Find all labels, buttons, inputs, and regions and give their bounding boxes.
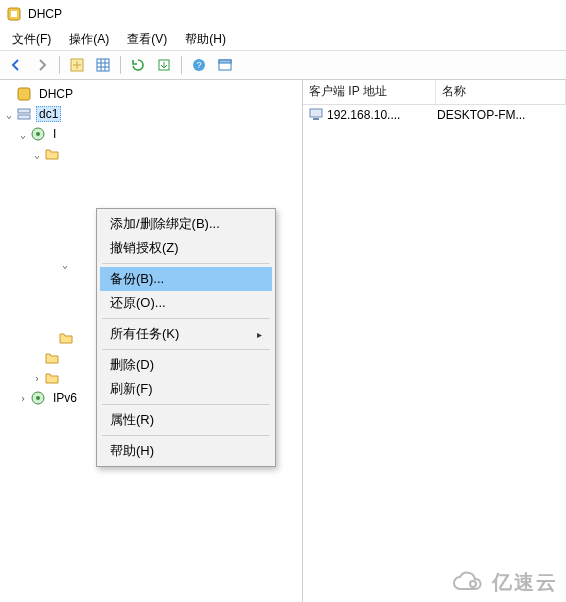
cell-ip-text: 192.168.10....	[327, 108, 400, 122]
expander-icon[interactable]: ›	[30, 373, 44, 384]
folder-icon	[58, 330, 74, 346]
menu-bar: 文件(F) 操作(A) 查看(V) 帮助(H)	[0, 28, 566, 50]
context-menu-separator	[102, 404, 270, 405]
folder-icon	[44, 370, 60, 386]
folder-icon	[44, 350, 60, 366]
menu-file[interactable]: 文件(F)	[4, 29, 59, 50]
context-menu-separator	[102, 263, 270, 264]
menu-view[interactable]: 查看(V)	[119, 29, 175, 50]
window-title: DHCP	[28, 7, 62, 21]
tree-pane: · DHCP ⌄ dc1 ⌄ I ⌄	[0, 80, 303, 602]
svg-rect-1	[11, 11, 17, 17]
tree-label: dc1	[36, 106, 61, 122]
tree-ipv4-node[interactable]: ⌄ I	[2, 124, 300, 144]
svg-rect-17	[313, 118, 319, 120]
watermark-text: 亿速云	[492, 569, 558, 596]
cell-ip: 192.168.10....	[305, 107, 433, 124]
expander-icon[interactable]: ⌄	[58, 259, 72, 270]
dhcp-app-icon	[6, 6, 22, 22]
expander-icon[interactable]: ⌄	[30, 149, 44, 160]
add-button[interactable]	[65, 53, 89, 77]
tree-label: DHCP	[36, 86, 76, 102]
svg-rect-10	[18, 109, 30, 113]
cm-refresh[interactable]: 刷新(F)	[100, 377, 272, 401]
svg-rect-8	[219, 60, 231, 63]
list-pane: 客户端 IP 地址 名称 192.168.10.... DESKTOP-FM..…	[303, 80, 566, 602]
export-button[interactable]	[152, 53, 176, 77]
expander-icon: ·	[44, 333, 58, 344]
cm-add-remove-binding[interactable]: 添加/删除绑定(B)...	[100, 212, 272, 236]
menu-help[interactable]: 帮助(H)	[177, 29, 234, 50]
column-header-ip[interactable]: 客户端 IP 地址	[303, 80, 436, 104]
cm-help[interactable]: 帮助(H)	[100, 439, 272, 463]
cell-name: DESKTOP-FM...	[433, 108, 564, 122]
context-menu-separator	[102, 349, 270, 350]
client-icon	[309, 107, 323, 124]
column-header-name[interactable]: 名称	[436, 80, 566, 104]
ipv6-icon	[30, 390, 46, 406]
tree-root-dhcp[interactable]: · DHCP	[2, 84, 300, 104]
toolbar-separator	[120, 56, 121, 74]
expander-icon[interactable]: ›	[16, 393, 30, 404]
expander-icon: ·	[30, 353, 44, 364]
context-menu: 添加/删除绑定(B)... 撤销授权(Z) 备份(B)... 还原(O)... …	[96, 208, 276, 467]
list-row[interactable]: 192.168.10.... DESKTOP-FM...	[303, 105, 566, 125]
toolbar: ?	[0, 50, 566, 80]
cm-delete[interactable]: 删除(D)	[100, 353, 272, 377]
list-header: 客户端 IP 地址 名称	[303, 80, 566, 105]
cm-all-tasks[interactable]: 所有任务(K)	[100, 322, 272, 346]
cloud-logo-icon	[450, 571, 486, 595]
refresh-button[interactable]	[126, 53, 150, 77]
dhcp-root-icon	[16, 86, 32, 102]
help-button[interactable]: ?	[187, 53, 211, 77]
svg-rect-11	[18, 115, 30, 119]
menu-action[interactable]: 操作(A)	[61, 29, 117, 50]
svg-text:?: ?	[196, 60, 201, 70]
expander-icon[interactable]: ⌄	[2, 109, 16, 120]
svg-point-13	[36, 132, 40, 136]
grid-button[interactable]	[91, 53, 115, 77]
toolbar-separator	[59, 56, 60, 74]
svg-point-15	[36, 396, 40, 400]
client-area: · DHCP ⌄ dc1 ⌄ I ⌄	[0, 80, 566, 602]
tree-label: I	[50, 126, 59, 142]
server-icon	[16, 106, 32, 122]
tree-label: IPv6	[50, 390, 80, 406]
svg-point-18	[470, 581, 476, 587]
title-bar: DHCP	[0, 0, 566, 28]
list-body: 192.168.10.... DESKTOP-FM...	[303, 105, 566, 602]
expander-icon: ·	[2, 89, 16, 100]
svg-rect-9	[18, 88, 30, 100]
context-menu-separator	[102, 435, 270, 436]
expander-icon[interactable]: ⌄	[16, 129, 30, 140]
watermark: 亿速云	[450, 569, 558, 596]
tree-scope-node[interactable]: ⌄	[2, 144, 300, 164]
cm-backup[interactable]: 备份(B)...	[100, 267, 272, 291]
svg-rect-16	[310, 109, 322, 117]
cm-revoke-auth[interactable]: 撤销授权(Z)	[100, 236, 272, 260]
toolbar-separator	[181, 56, 182, 74]
cm-restore[interactable]: 还原(O)...	[100, 291, 272, 315]
context-menu-separator	[102, 318, 270, 319]
folder-icon	[44, 146, 60, 162]
svg-rect-3	[97, 59, 109, 71]
tree-server-node[interactable]: ⌄ dc1	[2, 104, 300, 124]
panel-button[interactable]	[213, 53, 237, 77]
cm-properties[interactable]: 属性(R)	[100, 408, 272, 432]
forward-button[interactable]	[30, 53, 54, 77]
ipv4-icon	[30, 126, 46, 142]
back-button[interactable]	[4, 53, 28, 77]
